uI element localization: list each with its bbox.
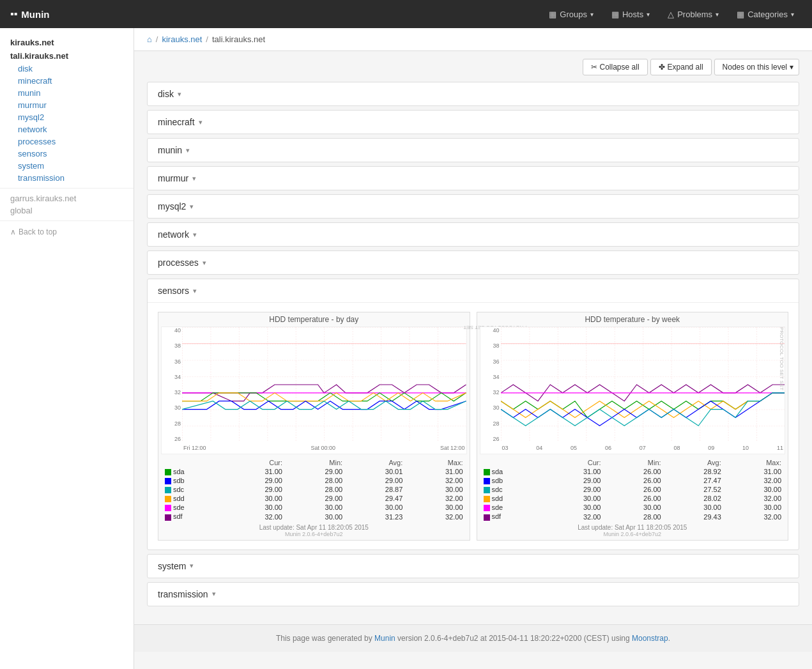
chart-day-last-update: Last update: Sat Apr 11 18:20:05 2015 [161, 524, 467, 531]
chevron-down-icon: ▾ [647, 11, 650, 18]
chevron-down-icon: ▾ [190, 203, 194, 211]
brand-logo: ▪▪ Munin [10, 8, 50, 20]
chevron-down-icon: ▾ [178, 90, 181, 98]
legend-row-sde-week: sde 30.0030.0030.0030.00 [480, 503, 786, 512]
breadcrumb-home[interactable]: ⌂ [147, 35, 152, 44]
legend-color-sda [165, 469, 171, 475]
sidebar-divider [0, 188, 134, 188]
footer-munin-link[interactable]: Munin [374, 634, 395, 643]
sidebar-item-munin[interactable]: munin [0, 87, 134, 99]
chevron-up-icon: ∧ [10, 227, 16, 236]
chart-day-svg [182, 327, 466, 442]
nav-categories[interactable]: ▦ Categories ▾ [729, 6, 802, 23]
sidebar-item-transmission[interactable]: transmission [0, 172, 134, 184]
section-network: network ▾ [147, 222, 799, 247]
sidebar-group-kirauks: kirauks.net tali.kirauks.net disk minecr… [0, 36, 134, 184]
nav-problems[interactable]: △ Problems ▾ [660, 6, 726, 23]
sidebar-item-sensors[interactable]: sensors [0, 148, 134, 160]
footer-moonstrap-link[interactable]: Moonstrap [632, 634, 668, 643]
section-disk-label: disk [158, 89, 174, 99]
section-transmission-label: transmission [158, 589, 208, 599]
sidebar-item-disk[interactable]: disk [0, 63, 134, 75]
chart-week-last-update: Last update: Sat Apr 11 18:20:05 2015 [480, 524, 786, 531]
legend-row-sdd-day: sdd 30.0029.0029.4732.00 [161, 494, 467, 503]
sidebar-item-minecraft[interactable]: minecraft [0, 75, 134, 87]
section-disk-header[interactable]: disk ▾ [148, 82, 799, 105]
legend-row-sdc-day: sdc 29.0028.0028.8730.00 [161, 485, 467, 494]
legend-color-sdd [165, 496, 171, 502]
nodes-on-level-button[interactable]: Nodes on this level ▾ [714, 59, 799, 75]
legend-row-sde-day: sde 30.0030.0030.0030.00 [161, 503, 467, 512]
section-sensors-header[interactable]: sensors ▾ [148, 279, 799, 302]
section-mysql2-header[interactable]: mysql2 ▾ [148, 195, 799, 218]
chart-day-plot [182, 327, 466, 442]
svg-rect-2 [501, 327, 785, 442]
chart-week-legend: Cur: Min: Avg: Max: sda 31.0026.0028.923… [480, 458, 786, 521]
sidebar-item-garrus[interactable]: garrus.kirauks.net [0, 192, 134, 204]
legend-color-sdc [165, 487, 171, 493]
legend-color-sde [165, 505, 171, 511]
chevron-down-icon: ▾ [193, 287, 197, 295]
section-system: system ▾ [147, 554, 799, 578]
sidebar-divider-2 [0, 220, 134, 221]
chart-week-svg [501, 327, 785, 442]
sidebar-host-kirauks: kirauks.net [0, 36, 134, 49]
section-transmission-header[interactable]: transmission ▾ [148, 583, 799, 606]
chart-week-version: Munin 2.0.6-4+deb7u2 [480, 531, 786, 537]
main-content: ⌂ / kirauks.net / tali.kirauks.net ✂ Col… [134, 28, 812, 669]
section-munin-label: munin [158, 145, 182, 155]
chart-week-x-labels: 03 04 05 06 07 08 09 10 11 [501, 442, 785, 454]
chart-day-y-axis: 40 38 36 34 32 30 28 26 [162, 327, 182, 442]
section-munin: munin ▾ [147, 138, 799, 162]
section-network-label: network [158, 229, 189, 240]
chart-week-area: 40 38 36 34 32 30 28 26 [480, 327, 786, 454]
legend-row-sdd-week: sdd 30.0026.0028.0232.00 [480, 494, 786, 503]
section-network-header[interactable]: network ▾ [148, 223, 799, 246]
chevron-down-icon: ▾ [203, 259, 206, 267]
nav-items: ▦ Groups ▾ ▦ Hosts ▾ △ Problems ▾ ▦ Cate… [541, 6, 802, 23]
chart-day-x-labels: Fri 12:00 Sat 00:00 Sat 12:00 [182, 442, 466, 454]
section-sensors-label: sensors [158, 286, 189, 296]
legend-row-sdf-day: sdf 32.0030.0031.2332.00 [161, 512, 467, 521]
collapse-all-button[interactable]: ✂ Collapse all [583, 59, 648, 75]
sidebar-item-system[interactable]: system [0, 160, 134, 172]
chevron-down-icon: ▾ [199, 118, 203, 127]
section-minecraft-label: minecraft [158, 117, 195, 127]
legend-color-sdb [165, 478, 171, 484]
chart-day-area: 40 38 36 34 32 30 28 26 [161, 327, 467, 454]
chart-day: HDD temperature - by day 40 38 36 34 32 … [158, 312, 470, 541]
toolbar: ✂ Collapse all ✤ Expand all Nodes on thi… [147, 59, 799, 75]
chevron-down-icon: ▾ [193, 231, 197, 239]
chevron-down-icon: ▾ [192, 174, 196, 183]
section-murmur: murmur ▾ [147, 166, 799, 190]
chart-week-plot [501, 327, 785, 442]
section-murmur-header[interactable]: murmur ▾ [148, 167, 799, 190]
chevron-down-icon: ▾ [190, 562, 194, 570]
chevron-down-icon: ▾ [716, 11, 719, 18]
dropdown-chevron-icon: ▾ [790, 63, 793, 72]
sidebar-item-processes[interactable]: processes [0, 135, 134, 148]
hosts-icon: ▦ [611, 10, 619, 19]
sidebar-item-murmur[interactable]: murmur [0, 99, 134, 111]
sidebar-subhost-tali: tali.kirauks.net [0, 49, 134, 63]
sidebar-item-global[interactable]: global [0, 204, 134, 217]
chevron-down-icon: ▾ [212, 590, 216, 598]
problems-icon: △ [668, 10, 674, 19]
sidebar-item-mysql2[interactable]: mysql2 [0, 111, 134, 123]
breadcrumb-kirauks[interactable]: kirauks.net [162, 35, 202, 44]
expand-all-button[interactable]: ✤ Expand all [650, 59, 712, 75]
section-minecraft-header[interactable]: minecraft ▾ [148, 111, 799, 134]
categories-icon: ▦ [737, 10, 744, 19]
expand-icon: ✤ [659, 63, 665, 72]
back-to-top[interactable]: ∧ Back to top [0, 225, 134, 239]
nav-hosts[interactable]: ▦ Hosts ▾ [604, 6, 657, 23]
sidebar: kirauks.net tali.kirauks.net disk minecr… [0, 28, 134, 669]
section-processes-header[interactable]: processes ▾ [148, 251, 799, 274]
nav-groups[interactable]: ▦ Groups ▾ [541, 6, 601, 23]
section-system-header[interactable]: system ▾ [148, 555, 799, 578]
top-navigation: ▪▪ Munin ▦ Groups ▾ ▦ Hosts ▾ △ Problems… [0, 0, 812, 28]
collapse-icon: ✂ [591, 63, 597, 72]
section-sensors: sensors ▾ HDD temperature - by day 40 38 [147, 279, 799, 550]
section-munin-header[interactable]: munin ▾ [148, 139, 799, 162]
sidebar-item-network[interactable]: network [0, 123, 134, 135]
